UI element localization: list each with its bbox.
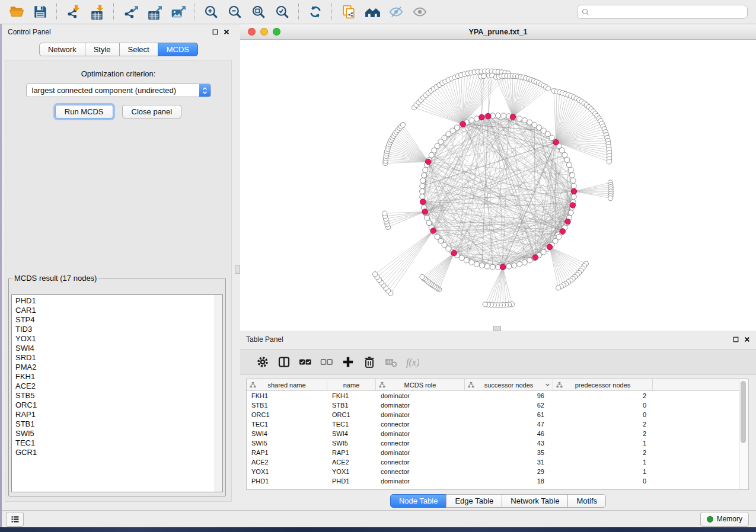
graph-node[interactable] bbox=[571, 194, 576, 200]
mcds-result-item[interactable]: STB5 bbox=[15, 391, 222, 400]
table-row[interactable]: SWI5SWI5connector431 bbox=[247, 438, 748, 448]
close-panel-icon[interactable] bbox=[224, 29, 229, 35]
search-box[interactable] bbox=[577, 5, 748, 19]
delete-column-button[interactable] bbox=[359, 353, 380, 371]
mcds-hub-node[interactable] bbox=[560, 229, 565, 234]
mcds-hub-node[interactable] bbox=[460, 121, 465, 127]
graph-node[interactable] bbox=[420, 178, 426, 183]
table-cell[interactable]: 0 bbox=[553, 411, 653, 418]
table-row[interactable]: YOX1YOX1connector291 bbox=[247, 467, 748, 476]
table-scrollbar-track[interactable] bbox=[739, 379, 748, 489]
table-cell[interactable]: 2 bbox=[553, 449, 653, 456]
zoom-out-button[interactable] bbox=[225, 2, 245, 21]
tab-motifs[interactable]: Motifs bbox=[567, 494, 606, 508]
graph-node[interactable] bbox=[517, 261, 522, 267]
graph-node[interactable] bbox=[512, 263, 517, 268]
network-canvas[interactable] bbox=[240, 40, 756, 331]
import-table-button[interactable] bbox=[87, 2, 107, 21]
table-options-button[interactable] bbox=[252, 353, 273, 371]
tab-network[interactable]: Network bbox=[39, 43, 85, 56]
table-cell[interactable]: 62 bbox=[465, 402, 553, 409]
mcds-hub-node[interactable] bbox=[500, 264, 505, 270]
table-row[interactable]: RAP1RAP1dominator352 bbox=[247, 448, 748, 457]
column-header-MCDS-role[interactable]: MCDS role bbox=[376, 379, 465, 390]
graph-node[interactable] bbox=[423, 167, 428, 172]
mcds-result-item[interactable]: YOX1 bbox=[15, 334, 222, 344]
mcds-result-item[interactable]: TEC1 bbox=[15, 438, 222, 448]
graph-node[interactable] bbox=[527, 120, 532, 125]
table-cell[interactable]: 43 bbox=[465, 440, 553, 447]
table-row[interactable]: TEC1TEC1connector472 bbox=[247, 419, 748, 429]
table-cell[interactable]: 0 bbox=[553, 477, 653, 485]
table-cell[interactable]: 0 bbox=[553, 402, 653, 409]
tab-node-table[interactable]: Node Table bbox=[390, 494, 447, 508]
run-mcds-button[interactable]: Run MCDS bbox=[55, 105, 113, 118]
table-cell[interactable]: ORC1 bbox=[247, 411, 327, 418]
tab-network-table[interactable]: Network Table bbox=[502, 494, 568, 508]
table-row[interactable]: PHD1PHD1dominator180 bbox=[247, 476, 748, 486]
optimization-criterion-select[interactable]: largest connected component (undirected) bbox=[26, 84, 211, 97]
graph-node[interactable] bbox=[483, 302, 487, 307]
table-cell[interactable]: 96 bbox=[465, 392, 553, 399]
mcds-result-item[interactable]: SWI5 bbox=[15, 429, 222, 438]
add-column-button[interactable] bbox=[337, 353, 359, 371]
table-cell[interactable]: YOX1 bbox=[247, 468, 327, 475]
mcds-hub-node[interactable] bbox=[565, 219, 570, 224]
table-cell[interactable]: connector bbox=[376, 459, 465, 466]
mcds-result-item[interactable]: GCR1 bbox=[15, 448, 222, 457]
graph-node[interactable] bbox=[506, 264, 512, 269]
unselect-all-columns-button[interactable] bbox=[316, 353, 337, 371]
table-cell[interactable]: 2 bbox=[553, 430, 653, 437]
table-cell[interactable]: dominator bbox=[376, 411, 465, 418]
graph-node[interactable] bbox=[469, 118, 474, 123]
table-row[interactable]: FKH1FKH1dominator962 bbox=[247, 391, 748, 400]
graph-node[interactable] bbox=[522, 118, 527, 123]
tab-edge-table[interactable]: Edge Table bbox=[446, 494, 502, 508]
table-cell[interactable]: dominator bbox=[376, 430, 465, 437]
tab-mcds[interactable]: MCDS bbox=[158, 43, 198, 56]
mcds-hub-node[interactable] bbox=[420, 199, 426, 204]
table-cell[interactable]: 29 bbox=[465, 468, 553, 475]
table-cell[interactable]: connector bbox=[376, 468, 465, 475]
column-header-successor-nodes[interactable]: successor nodes bbox=[465, 379, 553, 390]
apply-function-button[interactable]: f(x) bbox=[401, 353, 423, 371]
graph-node[interactable] bbox=[501, 113, 506, 118]
mcds-hub-node[interactable] bbox=[553, 140, 559, 145]
graph-node[interactable] bbox=[570, 178, 576, 183]
close-panel-button[interactable]: Close panel bbox=[122, 105, 182, 118]
table-cell[interactable]: connector bbox=[376, 440, 465, 447]
table-cell[interactable]: SWI4 bbox=[327, 430, 376, 437]
table-cell[interactable]: SWI4 bbox=[247, 430, 327, 437]
graph-node[interactable] bbox=[546, 86, 550, 91]
table-cell[interactable]: connector bbox=[376, 421, 465, 428]
mcds-result-item[interactable]: SWI4 bbox=[15, 344, 222, 353]
graph-node[interactable] bbox=[490, 264, 495, 270]
mcds-result-item[interactable]: PHD1 bbox=[15, 296, 222, 306]
graph-node[interactable] bbox=[562, 152, 567, 158]
graph-node[interactable] bbox=[373, 272, 378, 277]
table-cell[interactable]: PHD1 bbox=[247, 477, 327, 485]
table-row[interactable]: STB1STB1dominator620 bbox=[247, 400, 748, 410]
graph-node[interactable] bbox=[568, 210, 573, 216]
import-network-button[interactable] bbox=[63, 2, 84, 21]
table-row[interactable]: ACE2ACE2connector311 bbox=[247, 457, 748, 467]
table-row[interactable]: SWI4SWI4dominator462 bbox=[247, 429, 748, 438]
table-cell[interactable]: ACE2 bbox=[327, 459, 376, 466]
table-cell[interactable]: 46 bbox=[465, 430, 553, 437]
table-cell[interactable]: TEC1 bbox=[247, 421, 327, 428]
table-cell[interactable]: TEC1 bbox=[327, 421, 376, 428]
zoom-fit-button[interactable] bbox=[248, 2, 269, 21]
float-panel-icon[interactable] bbox=[733, 336, 739, 342]
graph-node[interactable] bbox=[556, 286, 561, 290]
mcds-result-item[interactable]: STP4 bbox=[15, 315, 222, 325]
graph-node[interactable] bbox=[420, 183, 425, 188]
save-session-button[interactable] bbox=[30, 2, 50, 21]
mcds-hub-node[interactable] bbox=[430, 228, 436, 233]
mcds-hub-node[interactable] bbox=[510, 114, 515, 120]
export-network-button[interactable] bbox=[120, 2, 141, 21]
column-view-button[interactable] bbox=[273, 353, 295, 371]
mcds-hub-node[interactable] bbox=[547, 244, 552, 249]
graph-node[interactable] bbox=[484, 264, 490, 269]
table-cell[interactable]: FKH1 bbox=[327, 392, 376, 399]
mcds-result-item[interactable]: TID3 bbox=[15, 325, 222, 334]
